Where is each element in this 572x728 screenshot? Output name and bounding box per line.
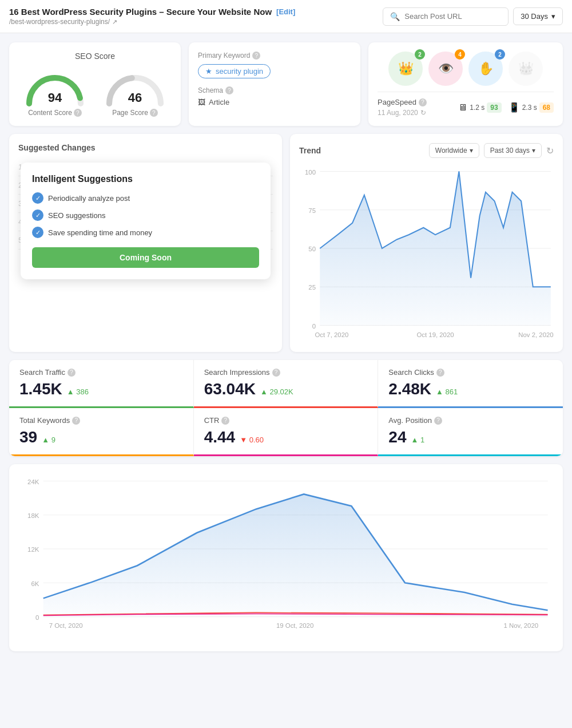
cards-row-1: SEO Score 94 Content Score ? bbox=[9, 42, 563, 126]
search-clicks-change: ▲ 861 bbox=[436, 387, 458, 396]
total-keywords-change: ▲ 9 bbox=[42, 436, 55, 444]
seo-score-card: SEO Score 94 Content Score ? bbox=[9, 42, 181, 126]
page-score-gauge: 46 Page Score ? bbox=[104, 66, 166, 117]
x-label-oct7: Oct 7, 2020 bbox=[315, 331, 349, 338]
ctr-card: CTR ? 4.44 ▼ 0.60 bbox=[194, 408, 379, 456]
y-label-100: 100 bbox=[305, 169, 316, 176]
search-clicks-help[interactable]: ? bbox=[436, 369, 444, 377]
score-gauges: 94 Content Score ? 46 Page Score bbox=[23, 66, 166, 117]
suggested-changes-card: Suggested Changes 1es That Go... 2ebsite… bbox=[9, 134, 282, 352]
search-clicks-label: Search Clicks ? bbox=[388, 368, 553, 377]
avg-position-card: Avg. Position ? 24 ▲ 1 bbox=[378, 408, 563, 456]
search-impressions-value: 63.04K ▲ 29.02K bbox=[204, 380, 368, 398]
bottom-chart-card: 24K 18K 12K 6K 0 7 Oct, 2020 19 Oct, 202… bbox=[9, 464, 563, 651]
badge-item-1[interactable]: 👑 2 bbox=[388, 52, 423, 86]
check-icon-1: ✓ bbox=[32, 192, 43, 204]
x-label-nov2: Nov 2, 2020 bbox=[518, 331, 553, 338]
badges-row: 👑 2 👁️ 4 ✋ 2 👑 bbox=[378, 52, 554, 86]
coming-soon-button[interactable]: Coming Soon bbox=[32, 247, 259, 268]
external-link-icon[interactable]: ↗ bbox=[112, 18, 117, 26]
primary-keyword-card: Primary Keyword ? ★ security plugin Sche… bbox=[189, 42, 360, 126]
refresh-icon[interactable]: ↻ bbox=[420, 109, 426, 117]
search-traffic-help[interactable]: ? bbox=[67, 369, 76, 377]
search-clicks-card: Search Clicks ? 2.48K ▲ 861 bbox=[378, 360, 563, 408]
badge-item-2[interactable]: 👁️ 4 bbox=[428, 52, 463, 86]
keyword-tag[interactable]: ★ security plugin bbox=[198, 64, 271, 78]
page-title-text: 16 Best WordPress Security Plugins – Sec… bbox=[9, 7, 272, 17]
total-keywords-card: Total Keywords ? 39 ▲ 9 bbox=[9, 408, 194, 456]
y-label-75: 75 bbox=[308, 207, 316, 214]
search-box[interactable]: 🔍 bbox=[383, 7, 509, 26]
pagespeed-label: PageSpeed ? bbox=[378, 98, 427, 106]
page-score-help-icon[interactable]: ? bbox=[150, 109, 158, 117]
bot-y-6k: 6K bbox=[31, 580, 39, 587]
schema-label: Schema ? bbox=[198, 86, 351, 94]
badge-item-4: 👑 bbox=[509, 52, 543, 86]
search-impressions-help[interactable]: ? bbox=[272, 369, 280, 377]
search-traffic-value: 1.45K ▲ 386 bbox=[19, 380, 183, 398]
search-impressions-label: Search Impressions ? bbox=[204, 368, 368, 377]
trend-controls: Worldwide ▾ Past 30 days ▾ ↻ bbox=[429, 143, 554, 158]
page-title: 16 Best WordPress Security Plugins – Sec… bbox=[9, 7, 295, 17]
trend-refresh-icon[interactable]: ↻ bbox=[546, 145, 554, 156]
bot-x-oct19: 19 Oct, 2020 bbox=[276, 623, 313, 630]
header-left: 16 Best WordPress Security Plugins – Sec… bbox=[9, 7, 295, 26]
bot-x-oct7: 7 Oct, 2020 bbox=[49, 623, 83, 630]
content-score-label: Content Score ? bbox=[28, 109, 82, 117]
bot-y-0: 0 bbox=[35, 614, 39, 621]
page-url: /best-wordpress-security-plugins/ ↗ bbox=[9, 18, 295, 26]
header: 16 Best WordPress Security Plugins – Sec… bbox=[0, 0, 572, 33]
bot-y-18k: 18K bbox=[27, 512, 39, 519]
pagespeed-help-icon[interactable]: ? bbox=[419, 98, 427, 106]
overlay-title: Intelligent Suggestions bbox=[32, 174, 259, 184]
metrics-row-2: Total Keywords ? 39 ▲ 9 CTR ? 4.44 ▼ 0.6… bbox=[9, 408, 563, 456]
bot-x-nov1: 1 Nov, 2020 bbox=[503, 623, 538, 630]
y-label-50: 50 bbox=[308, 246, 316, 252]
ctr-change: ▼ 0.60 bbox=[240, 436, 264, 444]
pagespeed-metrics: 🖥 1.2 s 93 📱 2.3 s 68 bbox=[458, 102, 554, 113]
avg-position-label: Avg. Position ? bbox=[388, 416, 553, 425]
primary-keyword-label: Primary Keyword ? bbox=[198, 52, 351, 60]
search-input[interactable] bbox=[404, 12, 501, 21]
bot-y-24k: 24K bbox=[27, 478, 39, 485]
content-score-help-icon[interactable]: ? bbox=[74, 109, 82, 117]
suggested-changes-title: Suggested Changes bbox=[18, 143, 273, 152]
content-score-gauge: 94 Content Score ? bbox=[23, 66, 86, 117]
avg-position-value: 24 ▲ 1 bbox=[388, 428, 553, 446]
bottom-chart: 24K 18K 12K 6K 0 7 Oct, 2020 19 Oct, 202… bbox=[18, 473, 554, 640]
ctr-value: 4.44 ▼ 0.60 bbox=[204, 428, 368, 446]
page-score-value: 46 bbox=[128, 90, 142, 105]
edit-link[interactable]: [Edit] bbox=[276, 7, 295, 16]
location-dropdown[interactable]: Worldwide ▾ bbox=[429, 143, 479, 158]
overlay-item-2: ✓ SEO suggestions bbox=[32, 209, 259, 221]
total-keywords-label: Total Keywords ? bbox=[19, 416, 183, 425]
pagespeed-date: 11 Aug, 2020 ↻ bbox=[378, 109, 427, 117]
period-dropdown[interactable]: Past 30 days ▾ bbox=[484, 143, 542, 158]
ctr-help[interactable]: ? bbox=[221, 417, 229, 425]
search-clicks-value: 2.48K ▲ 861 bbox=[388, 380, 553, 398]
y-label-25: 25 bbox=[308, 284, 316, 291]
badge-count-3: 2 bbox=[495, 49, 505, 60]
bot-y-12k: 12K bbox=[27, 547, 39, 553]
chevron-down-icon-location: ▾ bbox=[470, 147, 473, 155]
total-keywords-help[interactable]: ? bbox=[72, 417, 80, 425]
content-score-svg: 94 bbox=[23, 66, 86, 106]
trend-chart: 100 75 50 25 0 bbox=[299, 164, 554, 341]
search-icon: 🔍 bbox=[390, 12, 400, 21]
avg-position-change: ▲ 1 bbox=[411, 436, 424, 444]
avg-position-help[interactable]: ? bbox=[434, 417, 442, 425]
schema-help-icon[interactable]: ? bbox=[225, 86, 233, 94]
intelligent-suggestions-overlay: Intelligent Suggestions ✓ Periodically a… bbox=[21, 163, 271, 279]
overlay-items: ✓ Periodically analyze post ✓ SEO sugges… bbox=[32, 192, 259, 238]
mobile-icon: 📱 bbox=[509, 102, 520, 113]
pagespeed-row: PageSpeed ? 11 Aug, 2020 ↻ 🖥 1.2 s 93 bbox=[378, 92, 554, 117]
page-score-svg: 46 bbox=[104, 66, 166, 106]
pk-help-icon[interactable]: ? bbox=[252, 52, 260, 60]
badge-item-3[interactable]: ✋ 2 bbox=[468, 52, 503, 86]
search-impressions-card: Search Impressions ? 63.04K ▲ 29.02K bbox=[194, 360, 379, 408]
badge-count-1: 2 bbox=[415, 49, 425, 60]
days-dropdown[interactable]: 30 Days ▾ bbox=[513, 7, 563, 25]
search-impressions-change: ▲ 29.02K bbox=[260, 387, 293, 396]
search-traffic-card: Search Traffic ? 1.45K ▲ 386 bbox=[9, 360, 194, 408]
badges-card: 👑 2 👁️ 4 ✋ 2 👑 PageSpeed bbox=[368, 42, 563, 126]
